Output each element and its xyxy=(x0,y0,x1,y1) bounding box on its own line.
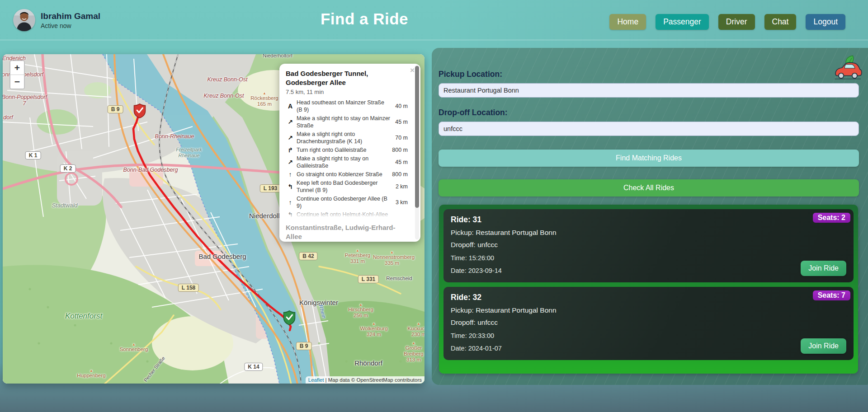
ride-dropoff: Dropoff: unfccc xyxy=(451,318,846,327)
direction-step: ↰ Keep left onto Bad Godesberger Tunnel … xyxy=(286,178,408,194)
straight-icon: ↑ xyxy=(286,199,295,206)
check-all-rides-button[interactable]: Check All Rides xyxy=(439,179,859,197)
slight-right-icon: ↗ xyxy=(286,118,295,126)
turn-right-icon: ↱ xyxy=(286,146,295,154)
direction-step: ↱ Turn right onto Galileistraße 800 m xyxy=(286,145,408,154)
route-start-marker[interactable] xyxy=(133,103,146,118)
step-instruction: Continue onto Godesberger Allee (B 9) xyxy=(297,195,391,210)
nav-button[interactable]: Home xyxy=(609,14,646,30)
rides-list: Ride: 31 Seats: 2 Pickup: Restaurant Por… xyxy=(439,205,858,374)
pickup-label: Pickup Location: xyxy=(439,70,502,79)
nav-button[interactable]: Passenger xyxy=(656,14,709,30)
ride-title: Ride: 32 xyxy=(451,293,846,302)
step-distance: 70 m xyxy=(392,134,408,141)
dropoff-label: Drop-off Location: xyxy=(439,108,508,117)
popup-scrollbar-track xyxy=(415,65,419,239)
ride-title: Ride: 31 xyxy=(451,215,846,225)
route-name: Konstantinstraße, Ludwig-Erhard-Allee xyxy=(286,223,402,241)
slight-right-icon: ↗ xyxy=(286,159,295,166)
direction-step: A Head southeast on Mainzer Straße (B 9)… xyxy=(286,98,408,114)
straight-icon: ↑ xyxy=(286,171,295,178)
step-instruction: Make a slight right to stay on Galileist… xyxy=(297,155,391,169)
route-list: Bad Godesberger Tunnel, Godesberger Alle… xyxy=(286,69,408,242)
zoom-control: + − xyxy=(9,60,25,89)
join-ride-button[interactable]: Join Ride xyxy=(801,261,846,276)
app-header: Ibrahim Gamal Active now Find a Ride Hom… xyxy=(0,0,868,40)
directions-popup: × Bad Godesberger Tunnel, Godesberger Al… xyxy=(279,64,420,242)
page-title: Find a Ride xyxy=(321,10,408,28)
step-instruction: Make a slight right onto Drachenburgstra… xyxy=(297,131,391,145)
ride-time: Time: 20:33:00 xyxy=(451,332,846,339)
nav-button[interactable]: Logout xyxy=(806,14,845,30)
avatar[interactable] xyxy=(13,9,35,31)
leaflet-link[interactable]: Leaflet xyxy=(308,377,324,383)
ride-card[interactable]: Ride: 31 Seats: 2 Pickup: Restaurant Por… xyxy=(443,209,854,282)
ride-pickup: Pickup: Restaurant Portugal Bonn xyxy=(451,229,846,237)
step-distance: 3 km xyxy=(393,199,408,206)
map-attribution: Leaflet | Map data © OpenStreetMap contr… xyxy=(306,376,425,384)
ride-card[interactable]: Ride: 32 Seats: 7 Pickup: Restaurant Por… xyxy=(443,287,854,360)
pickup-input[interactable] xyxy=(439,83,859,98)
join-ride-button[interactable]: Join Ride xyxy=(801,338,846,354)
osm-attribution: Map data © OpenStreetMap contributors xyxy=(328,377,422,383)
step-instruction: Go straight onto Koblenzer Straße xyxy=(297,171,387,178)
route-name: Bad Godesberger Tunnel, Godesberger Alle… xyxy=(286,69,402,87)
keep-left-icon: ↰ xyxy=(286,183,295,190)
ride-date: Date: 2023-09-14 xyxy=(451,267,846,274)
dropoff-input[interactable] xyxy=(439,122,859,136)
direction-step: ↰ Continue left onto Helmut-Kohl-Allee xyxy=(286,210,408,219)
step-instruction: Make a slight right to stay on Mainzer S… xyxy=(297,115,391,129)
nav-button[interactable]: Driver xyxy=(718,14,755,30)
route-distance-time: 7.5 km, 11 min xyxy=(286,89,408,95)
step-distance: 40 m xyxy=(392,103,408,110)
route-end-marker[interactable] xyxy=(283,310,296,325)
find-matching-rides-button[interactable]: Find Matching Rides xyxy=(439,150,859,167)
close-icon[interactable]: × xyxy=(410,66,415,75)
nav-button[interactable]: Chat xyxy=(764,14,797,30)
user-name: Ibrahim Gamal xyxy=(41,11,100,21)
seats-badge: Seats: 7 xyxy=(813,290,850,300)
direction-step: ↗ Make a slight right onto Drachenburgst… xyxy=(286,130,408,145)
user-info: Ibrahim Gamal Active now xyxy=(13,9,100,31)
route-summary-block[interactable]: Konstantinstraße, Ludwig-Erhard-Allee 7.… xyxy=(286,223,408,242)
step-instruction: Keep left onto Bad Godesberger Tunnel (B… xyxy=(297,179,391,194)
step-instruction: Turn right onto Galileistraße xyxy=(297,146,387,154)
zoom-in-button[interactable]: + xyxy=(10,61,24,75)
ride-dropoff: Dropoff: unfccc xyxy=(451,241,846,249)
direction-step: ↑ Go straight onto Koblenzer Straße 800 … xyxy=(286,170,408,178)
popup-scrollbar[interactable] xyxy=(415,66,419,208)
direction-step: ↑ Continue onto Godesberger Allee (B 9) … xyxy=(286,194,408,210)
seats-badge: Seats: 2 xyxy=(813,213,850,223)
step-distance: 800 m xyxy=(389,146,408,154)
route-summary-block[interactable]: Bad Godesberger Tunnel, Godesberger Alle… xyxy=(286,69,408,219)
ride-date: Date: 2024-01-07 xyxy=(451,345,846,352)
step-instruction: Head southeast on Mainzer Straße (B 9) xyxy=(297,99,391,113)
zoom-out-button[interactable]: − xyxy=(10,75,24,89)
eco-car-icon xyxy=(833,54,863,81)
user-status: Active now xyxy=(41,22,100,29)
depart-icon: A xyxy=(286,103,295,110)
step-distance: 2 km xyxy=(393,183,408,190)
route-steps: A Head southeast on Mainzer Straße (B 9)… xyxy=(286,98,408,219)
ride-pickup: Pickup: Restaurant Portugal Bonn xyxy=(451,306,846,314)
map[interactable]: Endenich6 Bonn-Poppelsdorf Bonn-Poppelsd… xyxy=(3,54,425,384)
direction-step: ↗ Make a slight right to stay on Galilei… xyxy=(286,154,408,170)
step-distance: 45 m xyxy=(392,118,408,126)
slight-right-icon: ↗ xyxy=(286,134,295,141)
direction-step: ↗ Make a slight right to stay on Mainzer… xyxy=(286,114,408,130)
step-distance: 45 m xyxy=(392,159,408,166)
ride-search-panel: Pickup Location: Drop-off Location: Find… xyxy=(432,48,868,385)
step-distance: 800 m xyxy=(389,171,408,178)
ride-time: Time: 15:26:00 xyxy=(451,254,846,262)
turn-left-icon: ↰ xyxy=(286,211,295,218)
step-instruction: Continue left onto Helmut-Kohl-Allee xyxy=(297,211,403,218)
main-nav: Home Passenger Driver Chat Logout xyxy=(609,14,845,30)
